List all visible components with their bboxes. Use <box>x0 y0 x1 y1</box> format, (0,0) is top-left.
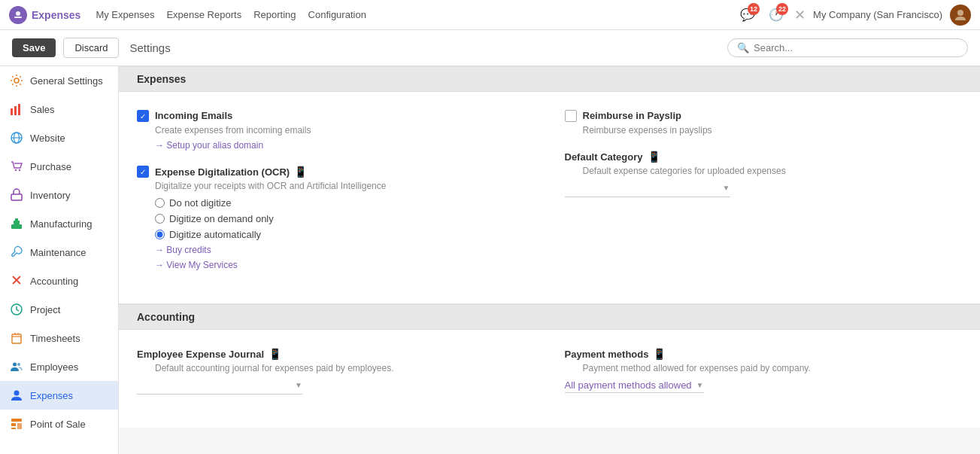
incoming-emails-checkbox[interactable]: ✓ <box>137 110 149 122</box>
sidebar-item-accounting[interactable]: Accounting <box>0 267 118 295</box>
purchase-label: Purchase <box>30 161 71 172</box>
default-category-desc: Default expense categories for uploaded … <box>583 166 963 176</box>
payment-methods-title: Payment methods 📱 <box>565 348 666 360</box>
svg-rect-5 <box>14 106 17 115</box>
reimburse-payslip-setting: Reimburse in Payslip Reimburse expenses … <box>565 110 963 136</box>
sidebar-item-timesheets[interactable]: Timesheets <box>0 324 118 352</box>
top-navigation: Expenses My Expenses Expense Reports Rep… <box>0 0 980 30</box>
svg-rect-26 <box>11 419 22 422</box>
nav-my-expenses[interactable]: My Expenses <box>96 9 154 20</box>
incoming-emails-title: Incoming Emails <box>155 110 232 121</box>
expenses-section-header: Expenses <box>119 66 980 92</box>
sidebar-item-manufacturing[interactable]: Manufacturing <box>0 209 118 238</box>
timesheets-label: Timesheets <box>30 333 80 344</box>
user-avatar[interactable] <box>950 5 971 26</box>
svg-point-2 <box>957 10 963 16</box>
payment-methods-mobile-icon: 📱 <box>653 348 666 360</box>
radio-digitize-on-demand[interactable]: Digitize on demand only <box>155 213 535 224</box>
default-category-setting: Default Category 📱 Default expense categ… <box>565 151 963 197</box>
save-button[interactable]: Save <box>12 38 56 57</box>
incoming-emails-setting: ✓ Incoming Emails Create expenses from i… <box>137 110 535 151</box>
svg-rect-29 <box>17 423 22 429</box>
expenses-settings-card: ✓ Incoming Emails Create expenses from i… <box>119 92 980 303</box>
digitalization-radio-group: Do not digitize Digitize on demand only … <box>155 197 535 240</box>
activity-badge[interactable]: 🕐 22 <box>766 5 787 26</box>
svg-rect-14 <box>14 221 20 224</box>
nav-links: My Expenses Expense Reports Reporting Co… <box>96 9 366 20</box>
nav-reporting[interactable]: Reporting <box>253 9 296 20</box>
employee-expense-journal-select[interactable]: ▼ <box>137 379 302 395</box>
top-nav-right: 💬 12 🕐 22 ✕ My Company (San Francisco) <box>737 5 971 26</box>
sidebar-item-general-settings[interactable]: General Settings <box>0 66 118 95</box>
svg-point-11 <box>19 169 20 171</box>
expenses-label: Expenses <box>30 390 73 401</box>
employee-expense-journal-header: Employee Expense Journal 📱 <box>137 348 535 360</box>
journal-select-arrow: ▼ <box>295 381 302 389</box>
default-category-header: Default Category 📱 <box>565 151 963 163</box>
sales-label: Sales <box>30 104 55 115</box>
sidebar-item-employees[interactable]: Employees <box>0 352 118 381</box>
payment-methods-desc: Payment method allowed for expenses paid… <box>583 363 963 373</box>
ocr-mobile-icon: 📱 <box>294 166 307 178</box>
reimburse-payslip-desc: Reimburse expenses in payslips <box>583 125 963 136</box>
brand-icon <box>9 6 27 24</box>
project-icon <box>9 302 24 317</box>
website-icon <box>9 130 24 145</box>
brand-logo[interactable]: Expenses <box>9 6 80 24</box>
sidebar-item-maintenance[interactable]: Maintenance <box>0 238 118 267</box>
svg-rect-28 <box>11 428 16 429</box>
payment-methods-dropdown[interactable]: All payment methods allowed ▼ <box>565 379 704 393</box>
setup-alias-link[interactable]: → Setup your alias domain <box>155 140 535 151</box>
sidebar-item-project[interactable]: Project <box>0 295 118 324</box>
svg-point-0 <box>16 11 20 16</box>
radio-do-not-digitize[interactable]: Do not digitize <box>155 197 535 209</box>
sidebar-item-sales[interactable]: Sales <box>0 95 118 123</box>
maintenance-icon <box>9 245 24 260</box>
accounting-left-col: Employee Expense Journal 📱 Default accou… <box>137 348 535 410</box>
payment-methods-value: All payment methods allowed <box>565 379 692 391</box>
incoming-emails-desc: Create expenses from incoming emails <box>155 125 535 136</box>
nav-expense-reports[interactable]: Expense Reports <box>166 9 241 20</box>
employee-expense-journal-setting: Employee Expense Journal 📱 Default accou… <box>137 348 535 395</box>
reimburse-payslip-checkbox[interactable] <box>565 110 577 122</box>
activity-count: 22 <box>776 3 788 15</box>
expense-digitalization-checkbox[interactable]: ✓ <box>137 166 149 178</box>
messages-badge[interactable]: 💬 12 <box>737 5 758 26</box>
svg-rect-4 <box>11 108 13 115</box>
accounting-settings-row: Employee Expense Journal 📱 Default accou… <box>137 348 962 410</box>
maintenance-label: Maintenance <box>30 247 86 258</box>
toolbar-title: Settings <box>129 41 170 54</box>
search-input[interactable] <box>754 42 958 53</box>
svg-rect-13 <box>11 224 22 229</box>
svg-rect-19 <box>12 334 21 343</box>
discard-button[interactable]: Discard <box>63 38 119 58</box>
general-settings-label: General Settings <box>30 75 103 87</box>
messages-count: 12 <box>748 3 760 15</box>
incoming-emails-header: ✓ Incoming Emails <box>137 110 535 122</box>
sidebar-item-expenses[interactable]: Expenses <box>0 381 118 410</box>
payment-methods-header: Payment methods 📱 <box>565 348 963 360</box>
nav-configuration[interactable]: Configuration <box>308 9 366 20</box>
svg-rect-15 <box>15 218 18 221</box>
sidebar-item-website[interactable]: Website <box>0 123 118 152</box>
sidebar-item-point-of-sale[interactable]: Point of Sale <box>0 410 118 438</box>
close-icon[interactable]: ✕ <box>794 7 806 23</box>
accounting-label: Accounting <box>30 276 78 287</box>
radio-digitize-automatically[interactable]: Digitize automatically <box>155 229 535 240</box>
default-category-select[interactable]: ▼ <box>565 182 730 197</box>
view-services-link[interactable]: → View My Services <box>155 260 535 270</box>
journal-mobile-icon: 📱 <box>269 348 281 360</box>
accounting-section-title: Accounting <box>137 311 195 323</box>
expenses-right-col: Reimburse in Payslip Reimburse expenses … <box>565 110 963 285</box>
inventory-label: Inventory <box>30 190 70 201</box>
payment-methods-setting: Payment methods 📱 Payment method allowed… <box>565 348 963 393</box>
buy-credits-link[interactable]: → Buy credits <box>155 245 535 255</box>
svg-rect-6 <box>18 104 20 115</box>
default-category-mobile-icon: 📱 <box>648 151 660 163</box>
employees-icon <box>9 359 24 374</box>
sidebar-item-purchase[interactable]: Purchase <box>0 152 118 181</box>
website-label: Website <box>30 133 65 144</box>
employee-expense-journal-desc: Default accounting journal for expenses … <box>155 363 535 373</box>
expenses-icon <box>9 388 24 403</box>
sidebar-item-inventory[interactable]: Inventory <box>0 181 118 209</box>
